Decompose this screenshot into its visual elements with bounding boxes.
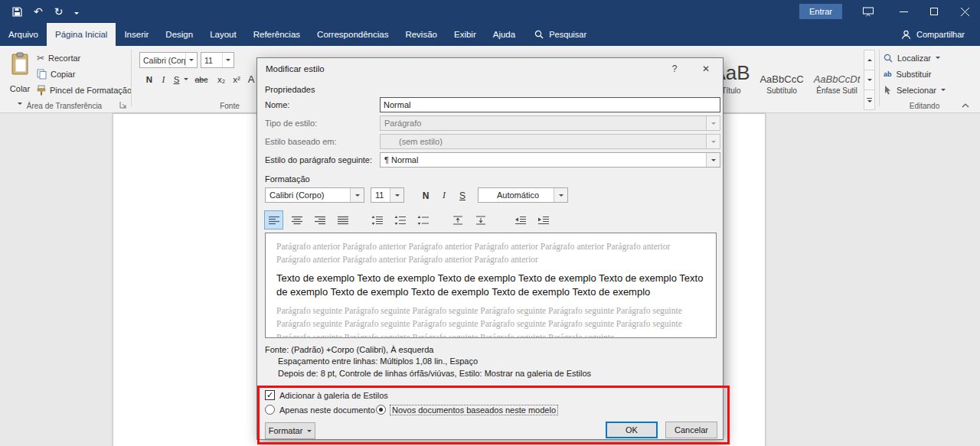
tab-inserir[interactable]: Inserir: [116, 23, 157, 46]
sign-in-button[interactable]: Entrar: [799, 4, 842, 19]
minimize-button[interactable]: [888, 0, 919, 23]
tab-revisao[interactable]: Revisão: [397, 23, 446, 46]
format-menu-button[interactable]: Formatar: [265, 422, 315, 439]
modify-style-dialog: Modificar estilo ? ✕ Propriedades Nome: …: [256, 57, 724, 440]
search-icon: [534, 30, 544, 39]
underline-dropdown-icon[interactable]: [182, 72, 190, 86]
grow-font-button[interactable]: A: [245, 72, 257, 86]
save-icon[interactable]: [12, 7, 22, 17]
close-button[interactable]: [949, 0, 980, 23]
find-button[interactable]: Localizar: [884, 50, 940, 65]
dialog-title: Modificar estilo: [266, 64, 325, 73]
chevron-down-icon: [706, 135, 720, 148]
ribbon-tab-bar: Arquivo Página Inicial Inserir Design La…: [0, 23, 980, 46]
radio-selected-icon: [376, 405, 386, 415]
chevron-down-icon: [350, 188, 364, 202]
align-justify-button[interactable]: [334, 211, 351, 229]
group-separator: [131, 50, 132, 106]
dialog-close-icon[interactable]: ✕: [689, 58, 723, 79]
add-to-gallery-checkbox[interactable]: ✓ Adicionar à galeria de Estilos: [265, 390, 388, 400]
format-font-combo[interactable]: Calibri (Corpo): [265, 187, 364, 203]
styles-scroll-up-button[interactable]: [864, 50, 875, 70]
format-bold-button[interactable]: N: [418, 188, 433, 203]
tab-exibir[interactable]: Exibir: [446, 23, 485, 46]
subscript-button[interactable]: x₂: [214, 72, 228, 86]
styles-scroll-down-button[interactable]: [864, 70, 875, 90]
customize-qat-icon[interactable]: [74, 7, 79, 16]
tab-referencias[interactable]: Referências: [245, 23, 309, 46]
dialog-help-button[interactable]: ?: [660, 58, 689, 79]
style-card-subtitulo[interactable]: AaBbCcC Subtítulo: [756, 50, 807, 96]
replace-button[interactable]: ab Substituir: [884, 67, 931, 81]
double-spacing-button[interactable]: [414, 211, 432, 229]
cancel-button[interactable]: Cancelar: [665, 422, 717, 438]
style-type-label: Tipo de estilo:: [265, 119, 317, 128]
decrease-indent-button[interactable]: [511, 211, 529, 229]
format-size-combo[interactable]: 11: [371, 187, 404, 203]
cut-button[interactable]: ✂ Recortar: [37, 50, 80, 65]
tab-correspondencias[interactable]: Correspondências: [309, 23, 397, 46]
format-dropdown-icon: [307, 430, 312, 432]
ribbon-display-options-icon[interactable]: [862, 7, 874, 17]
copy-button[interactable]: Copiar: [37, 67, 75, 81]
maximize-button[interactable]: [919, 0, 949, 23]
clipboard-dialog-launcher-icon[interactable]: [119, 101, 127, 109]
increase-paragraph-spacing-button[interactable]: [449, 211, 466, 229]
strikethrough-button[interactable]: abc: [191, 72, 211, 86]
style-description: Fonte: (Padrão) +Corpo (Calibri), À esqu…: [265, 344, 718, 379]
font-color-value: Automático: [479, 190, 554, 200]
next-paragraph-style-value: ¶ Normal: [381, 155, 706, 164]
ok-button[interactable]: OK: [606, 422, 658, 438]
undo-icon[interactable]: ↶: [34, 6, 43, 17]
style-name-input[interactable]: [380, 97, 720, 112]
tab-design[interactable]: Design: [157, 23, 201, 46]
decrease-paragraph-spacing-button[interactable]: [472, 211, 489, 229]
single-spacing-button[interactable]: [368, 211, 386, 229]
next-paragraph-style-combo[interactable]: ¶ Normal: [380, 152, 720, 168]
align-center-button[interactable]: [288, 211, 305, 229]
select-button[interactable]: Selecionar: [884, 83, 946, 97]
chevron-down-icon: [706, 116, 720, 130]
align-left-button[interactable]: [265, 211, 283, 229]
format-painter-label: Pincel de Formatação: [50, 86, 132, 95]
one-half-spacing-button[interactable]: [391, 211, 409, 229]
font-name-combo[interactable]: Calibri (Corp: [139, 52, 198, 68]
select-label: Selecionar: [897, 86, 936, 95]
style-label: Subtítulo: [766, 86, 796, 96]
format-italic-button[interactable]: I: [436, 188, 452, 203]
select-dropdown-icon: [941, 89, 946, 91]
styles-more-button[interactable]: [864, 90, 875, 110]
based-on-value: (sem estilo): [381, 137, 706, 146]
font-color-combo[interactable]: Automático: [478, 187, 568, 203]
clipboard-icon: [11, 52, 29, 75]
format-painter-button[interactable]: Pincel de Formatação: [37, 83, 132, 97]
bold-button[interactable]: N: [142, 72, 156, 86]
copy-icon: [37, 69, 47, 80]
only-this-document-radio[interactable]: Apenas neste documento: [265, 405, 375, 415]
italic-button[interactable]: I: [158, 72, 169, 86]
new-documents-radio[interactable]: Novos documentos baseados neste modelo: [376, 405, 557, 415]
tab-pagina-inicial[interactable]: Página Inicial: [47, 23, 116, 46]
collapse-ribbon-icon[interactable]: [962, 103, 969, 108]
style-card-enfase-sutil[interactable]: AaBbCcDt Ênfase Sutil: [808, 50, 865, 96]
cut-label: Recortar: [48, 54, 80, 63]
chevron-down-icon: [390, 188, 403, 202]
superscript-button[interactable]: x²: [230, 72, 243, 86]
tab-layout[interactable]: Layout: [201, 23, 245, 46]
underline-button[interactable]: S: [171, 72, 182, 86]
tab-arquivo[interactable]: Arquivo: [0, 23, 47, 46]
tab-ajuda[interactable]: Ajuda: [485, 23, 524, 46]
align-right-button[interactable]: [311, 211, 328, 229]
font-size-combo[interactable]: 11: [201, 52, 234, 68]
format-underline-button[interactable]: S: [455, 188, 470, 203]
add-to-gallery-label: Adicionar à galeria de Estilos: [279, 391, 388, 400]
paste-button[interactable]: Colar: [5, 50, 35, 106]
increase-indent-button[interactable]: [534, 211, 552, 229]
redo-icon[interactable]: ↻: [54, 6, 64, 17]
share-button[interactable]: Compartilhar: [901, 23, 980, 46]
style-preview: AaBbCcC: [760, 50, 803, 86]
preview-following-paragraph: Parágrafo seguinte Parágrafo seguinte Pa…: [276, 304, 705, 338]
style-label: Título: [721, 86, 740, 96]
search-box[interactable]: Pesquisar: [534, 23, 586, 46]
replace-label: Substituir: [897, 70, 932, 79]
